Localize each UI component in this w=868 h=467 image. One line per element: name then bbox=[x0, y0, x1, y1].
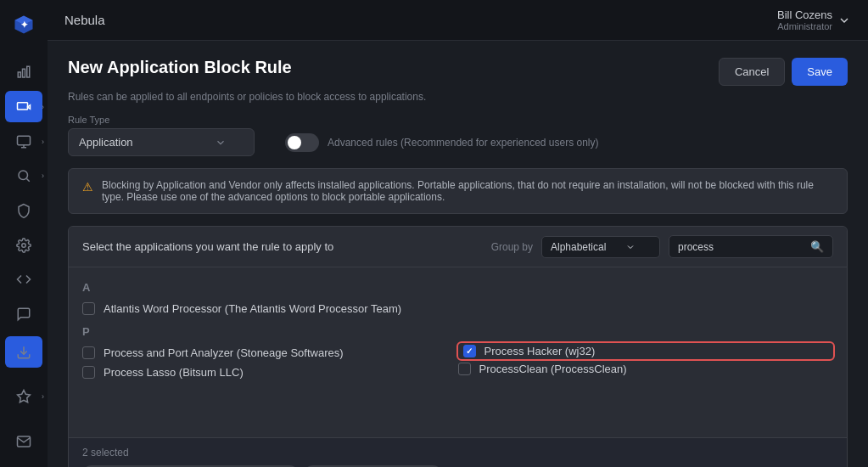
app-checkbox-processclean[interactable] bbox=[458, 363, 471, 375]
app-title: Nebula bbox=[64, 13, 777, 27]
group-by-label: Group by bbox=[491, 241, 533, 253]
svg-text:✦: ✦ bbox=[20, 20, 28, 31]
search-box: 🔍 bbox=[669, 235, 833, 258]
cancel-button[interactable]: Cancel bbox=[719, 58, 785, 86]
user-role: Administrator bbox=[777, 21, 832, 31]
svg-rect-6 bbox=[18, 103, 28, 110]
sidebar-item-settings[interactable] bbox=[5, 229, 42, 261]
sidebar-item-shield[interactable] bbox=[5, 195, 42, 227]
sidebar-item-analytics[interactable] bbox=[5, 57, 42, 88]
chevron-down-icon bbox=[837, 14, 851, 27]
sidebar-item-download[interactable] bbox=[5, 336, 42, 368]
list-item: Atlantis Word Processor (The Atlantis Wo… bbox=[82, 299, 833, 318]
save-button[interactable]: Save bbox=[792, 58, 848, 86]
svg-rect-5 bbox=[27, 66, 30, 77]
main-area: Nebula Bill Cozens Administrator New App… bbox=[48, 0, 868, 467]
app-checkbox-atlantis[interactable] bbox=[82, 302, 95, 315]
page-title: New Application Block Rule bbox=[68, 58, 292, 77]
user-menu[interactable]: Bill Cozens Administrator bbox=[777, 8, 851, 31]
svg-point-8 bbox=[19, 171, 28, 180]
page-header: New Application Block Rule Cancel Save bbox=[68, 58, 848, 86]
sidebar-item-chat[interactable] bbox=[5, 299, 42, 330]
svg-rect-3 bbox=[18, 72, 20, 77]
rule-type-label: Rule Type bbox=[68, 115, 848, 125]
app-panel: Select the applications you want the rul… bbox=[68, 226, 848, 467]
user-name: Bill Cozens bbox=[777, 8, 832, 21]
sidebar-item-monitor[interactable]: › bbox=[5, 126, 42, 157]
warning-box: ⚠ Blocking by Application and Vendor onl… bbox=[68, 168, 848, 214]
app-checkbox-process-lasso[interactable] bbox=[82, 366, 95, 379]
list-item: Process Lasso (Bitsum LLC) bbox=[82, 363, 458, 382]
app-list-body: A Atlantis Word Processor (The Atlantis … bbox=[69, 267, 847, 437]
advanced-toggle[interactable] bbox=[285, 133, 319, 152]
logo: ✦ bbox=[8, 10, 39, 40]
svg-rect-7 bbox=[18, 136, 31, 145]
group-by-value: Alphabetical bbox=[551, 241, 606, 253]
rule-type-value: Application bbox=[79, 136, 133, 149]
list-item-highlighted: Process Hacker (wj32) bbox=[458, 343, 834, 359]
svg-marker-11 bbox=[18, 391, 31, 402]
app-panel-header: Select the applications you want the rul… bbox=[69, 227, 847, 267]
selected-bar: 2 selected Advanced IP Scanner (Famatech… bbox=[69, 437, 847, 467]
section-p-letter: P bbox=[82, 325, 833, 338]
app-label-process-hacker[interactable]: Process Hacker (wj32) bbox=[484, 345, 596, 357]
app-col-right: Process Hacker (wj32) ProcessClean (Proc… bbox=[458, 343, 834, 382]
warning-icon: ⚠ bbox=[82, 180, 93, 194]
sidebar: ✦ › › › bbox=[0, 0, 48, 467]
group-by-select[interactable]: Alphabetical bbox=[541, 236, 660, 258]
app-panel-header-label: Select the applications you want the rul… bbox=[82, 240, 333, 253]
app-checkbox-process-hacker[interactable] bbox=[463, 345, 476, 357]
search-input[interactable] bbox=[678, 241, 805, 253]
app-label-process-lasso[interactable]: Process Lasso (Bitsum LLC) bbox=[104, 366, 244, 379]
header-actions: Cancel Save bbox=[719, 58, 848, 86]
list-item: Process and Port Analyzer (Stoneage Soft… bbox=[82, 343, 458, 363]
sidebar-item-devices[interactable]: › bbox=[5, 91, 42, 122]
sidebar-item-mail[interactable] bbox=[5, 425, 42, 457]
advanced-toggle-row: Advanced rules (Recommended for experien… bbox=[285, 133, 599, 152]
app-label-processclean[interactable]: ProcessClean (ProcessClean) bbox=[479, 363, 627, 375]
app-label-atlantis[interactable]: Atlantis Word Processor (The Atlantis Wo… bbox=[104, 302, 401, 315]
rule-type-select-wrapper: Application bbox=[68, 128, 255, 156]
search-icon: 🔍 bbox=[810, 240, 824, 253]
app-two-col: Process and Port Analyzer (Stoneage Soft… bbox=[82, 343, 833, 382]
page-subtitle: Rules can be applied to all endpoints or… bbox=[68, 91, 848, 103]
app-checkbox-ppa[interactable] bbox=[82, 346, 95, 359]
toggle-knob bbox=[288, 136, 301, 149]
rule-type-chevron-icon bbox=[215, 137, 227, 149]
topbar: Nebula Bill Cozens Administrator bbox=[48, 0, 868, 41]
app-label-ppa[interactable]: Process and Port Analyzer (Stoneage Soft… bbox=[104, 346, 344, 359]
rule-type-row: Application Advanced rules (Recommended … bbox=[68, 128, 848, 156]
warning-text: Blocking by Application and Vendor only … bbox=[102, 179, 833, 203]
sidebar-item-star[interactable]: › bbox=[5, 381, 42, 413]
rule-type-select[interactable]: Application bbox=[68, 128, 255, 156]
svg-rect-4 bbox=[23, 69, 25, 77]
list-item: ProcessClean (ProcessClean) bbox=[458, 359, 834, 379]
app-col-left: Process and Port Analyzer (Stoneage Soft… bbox=[82, 343, 458, 382]
group-by-row: Group by Alphabetical 🔍 bbox=[491, 235, 833, 258]
rule-type-section: Rule Type Application Advanced rules (Re… bbox=[68, 115, 848, 156]
group-by-chevron-icon bbox=[625, 242, 636, 252]
content-area: New Application Block Rule Cancel Save R… bbox=[48, 41, 868, 467]
sidebar-item-code[interactable] bbox=[5, 264, 42, 295]
sidebar-item-search[interactable]: › bbox=[5, 160, 42, 192]
section-a-letter: A bbox=[82, 281, 833, 294]
svg-point-9 bbox=[22, 243, 26, 247]
advanced-toggle-label: Advanced rules (Recommended for experien… bbox=[328, 137, 599, 149]
selected-count: 2 selected bbox=[82, 447, 833, 459]
